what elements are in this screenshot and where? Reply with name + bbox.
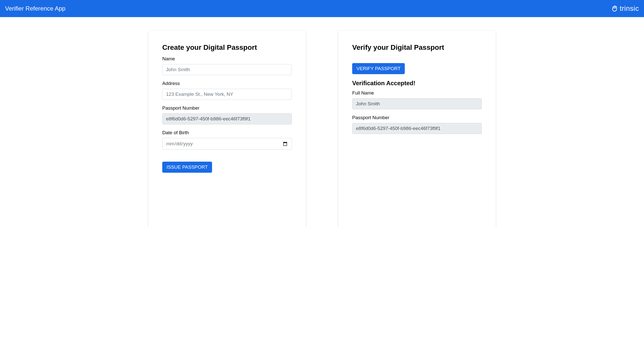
hand-icon: [611, 5, 618, 12]
dob-input[interactable]: [162, 138, 292, 150]
verify-passport-number-label: Passport Number: [352, 115, 482, 120]
name-label: Name: [162, 56, 292, 62]
verify-passport-button[interactable]: VERIFY PASSPORT: [352, 63, 405, 74]
issue-passport-button[interactable]: ISSUE PASSPORT: [162, 162, 212, 173]
dob-wrapper: [162, 138, 292, 150]
address-label: Address: [162, 81, 292, 86]
brand-text: trinsic: [620, 5, 639, 13]
name-input[interactable]: [162, 64, 292, 75]
create-passport-card: Create your Digital Passport Name Addres…: [148, 31, 306, 227]
verify-passport-number-output: [352, 123, 482, 134]
create-card-title: Create your Digital Passport: [162, 43, 292, 52]
passport-number-label: Passport Number: [162, 105, 292, 111]
address-input[interactable]: [162, 89, 292, 100]
full-name-output: [352, 98, 482, 109]
verification-status-title: Verification Accepted!: [352, 80, 482, 87]
header: Verifier Reference App trinsic: [0, 0, 644, 17]
passport-number-input: [162, 113, 292, 124]
verify-card-title: Verify your Digital Passport: [352, 43, 482, 52]
full-name-label: Full Name: [352, 90, 482, 96]
main-content: Create your Digital Passport Name Addres…: [0, 17, 644, 227]
dob-label: Date of Birth: [162, 130, 292, 135]
brand-logo: trinsic: [611, 5, 639, 13]
app-title: Verifier Reference App: [5, 5, 65, 12]
verify-passport-card: Verify your Digital Passport VERIFY PASS…: [338, 31, 496, 227]
